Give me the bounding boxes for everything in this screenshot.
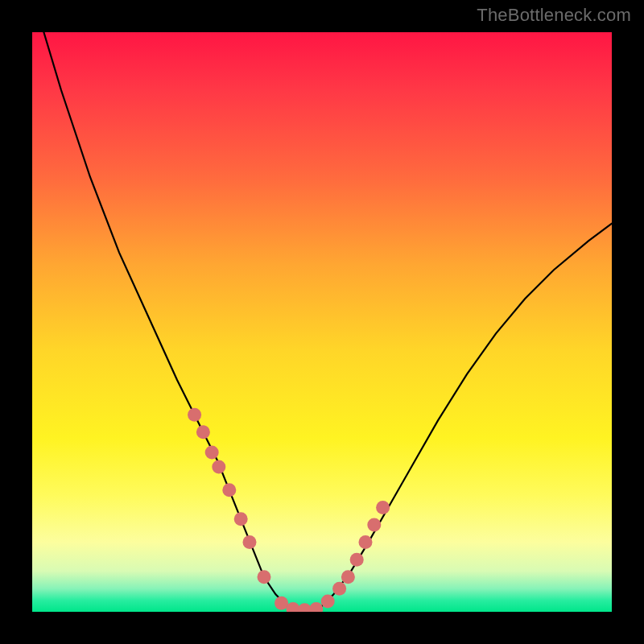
highlight-dot [341,570,355,584]
highlight-dot [234,512,248,526]
highlight-dot [287,602,300,612]
highlight-dot [196,425,210,439]
highlight-dot [243,535,257,549]
chart-canvas: TheBottleneck.com [0,0,644,644]
highlight-dot [367,518,381,532]
highlight-dot [309,602,323,612]
highlight-dot [188,408,201,422]
chart-overlay [32,32,612,612]
highlight-dot [275,597,288,610]
highlight-dot [205,446,219,460]
highlight-dot [350,553,364,567]
highlight-dot [332,582,346,596]
highlight-dots-group [188,408,390,612]
highlight-dot [376,501,390,514]
highlight-dot [359,535,373,549]
highlight-dot [212,460,225,474]
highlight-dot [222,483,236,497]
highlight-dot [258,570,271,584]
watermark-text: TheBottleneck.com [477,5,631,26]
highlight-dot [298,603,312,612]
plot-area [32,32,612,612]
highlight-dot [321,595,335,609]
bottleneck-curve [43,32,612,612]
